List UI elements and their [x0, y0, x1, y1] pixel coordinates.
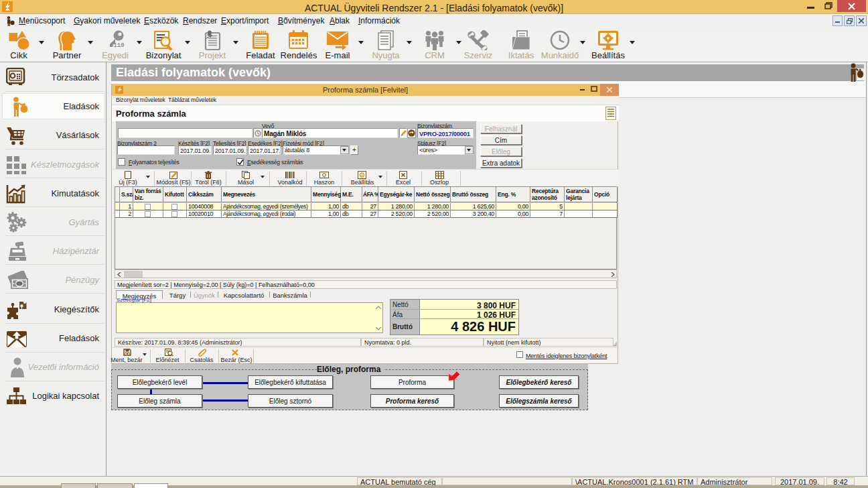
svg-text:0110: 0110: [110, 42, 125, 49]
